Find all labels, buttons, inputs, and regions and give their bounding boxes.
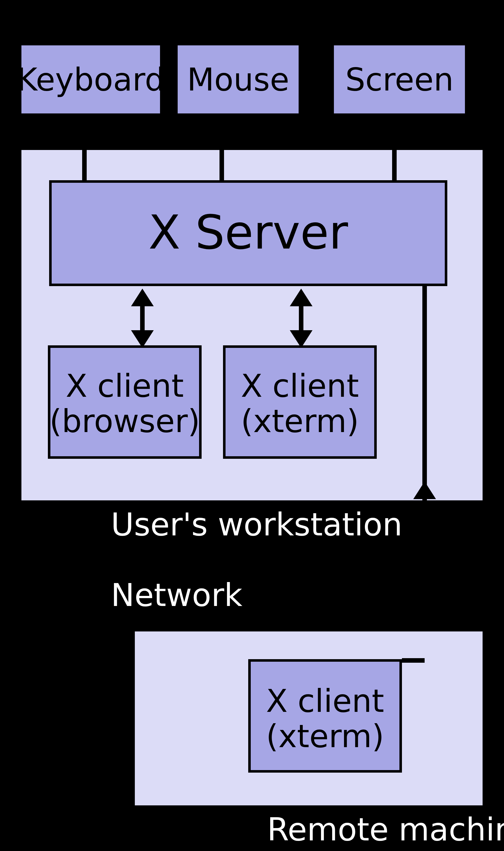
x-client-xterm-remote: X client (xterm) [250,660,401,772]
device-keyboard: Keyboard [17,44,165,115]
x-server-box: X Server [50,181,446,285]
host1-label: User's workstation [111,506,402,543]
x-client-browser-line2: (browser) [49,403,200,439]
keyboard-label: Keyboard [17,61,165,98]
x-client-browser-line1: X client [66,368,184,404]
x-client-xterm-remote-line1: X client [266,682,384,719]
x-client-browser: X client (browser) [49,347,200,458]
x-client-xterm-remote-line2: (xterm) [266,718,384,755]
x-architecture-diagram: Keyboard Mouse Screen X Server X client … [0,0,504,851]
network-label: Network [111,577,243,613]
device-mouse: Mouse [176,44,300,115]
x-client-xterm-local: X client (xterm) [224,347,376,458]
x-client-xterm-local-line1: X client [241,368,359,404]
x-server-label: X Server [148,205,348,260]
x-client-xterm-local-line2: (xterm) [241,403,359,439]
device-screen: Screen [332,44,466,115]
host2-label: Remote machine [267,811,504,848]
mouse-label: Mouse [187,61,289,98]
screen-label: Screen [345,61,454,98]
